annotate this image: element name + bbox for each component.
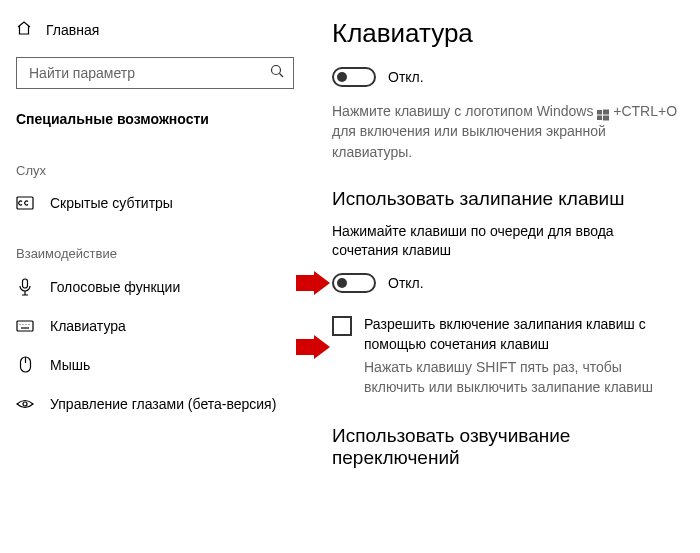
microphone-icon — [16, 278, 34, 296]
sticky-keys-heading: Использовать залипание клавиш — [332, 188, 680, 210]
windows-logo-icon — [597, 106, 609, 118]
toggle-label: Откл. — [388, 275, 424, 291]
nav-home-label: Главная — [46, 22, 99, 38]
annotation-arrow-icon — [296, 271, 330, 295]
group-hearing: Слух — [0, 139, 310, 184]
sidebar-section: Специальные возможности — [0, 103, 310, 139]
nav-home[interactable]: Главная — [0, 12, 310, 47]
sidebar-item-closed-captions[interactable]: Скрытые субтитры — [0, 184, 310, 222]
svg-point-12 — [23, 402, 27, 406]
onscreen-keyboard-toggle-row: Откл. — [332, 67, 680, 87]
sidebar-item-label: Мышь — [50, 357, 90, 373]
svg-rect-4 — [17, 321, 33, 331]
search-box[interactable] — [16, 57, 294, 89]
sidebar-item-label: Скрытые субтитры — [50, 195, 173, 211]
sidebar-item-voice[interactable]: Голосовые функции — [0, 267, 310, 307]
checkbox-label: Разрешить включение залипания клавиш с п… — [364, 315, 680, 354]
main-content: Клавиатура Откл. Нажмите клавишу с логот… — [310, 0, 700, 553]
sidebar-item-eye-control[interactable]: Управление глазами (бета-версия) — [0, 385, 310, 423]
sticky-shortcut-checkbox[interactable] — [332, 316, 352, 336]
sidebar-item-label: Управление глазами (бета-версия) — [50, 396, 276, 412]
onscreen-keyboard-desc: Нажмите клавишу с логотипом Windows +CTR… — [332, 101, 680, 162]
sidebar-item-mouse[interactable]: Мышь — [0, 345, 310, 385]
sidebar: Главная Специальные возможности Слух Скр… — [0, 0, 310, 553]
keyboard-icon — [16, 320, 34, 332]
svg-rect-16 — [603, 116, 609, 121]
search-input[interactable] — [27, 64, 247, 82]
mouse-icon — [16, 356, 34, 374]
svg-rect-14 — [603, 110, 609, 115]
toggle-keys-heading: Использовать озвучивание переключений — [332, 425, 680, 469]
eye-icon — [16, 398, 34, 410]
checkbox-hint: Нажать клавишу SHIFT пять раз, чтобы вкл… — [364, 358, 680, 397]
onscreen-keyboard-toggle[interactable] — [332, 67, 376, 87]
annotation-arrow-icon — [296, 335, 330, 359]
sticky-keys-toggle-row: Откл. — [332, 273, 680, 293]
group-interaction: Взаимодействие — [0, 222, 310, 267]
svg-point-0 — [272, 66, 281, 75]
sticky-keys-toggle[interactable] — [332, 273, 376, 293]
svg-rect-13 — [597, 110, 602, 115]
sidebar-item-label: Клавиатура — [50, 318, 126, 334]
sidebar-item-label: Голосовые функции — [50, 279, 180, 295]
svg-rect-15 — [597, 116, 602, 121]
sticky-keys-desc: Нажимайте клавиши по очереди для ввода с… — [332, 222, 680, 261]
page-title: Клавиатура — [332, 18, 680, 49]
search-icon — [269, 63, 285, 83]
home-icon — [16, 20, 32, 39]
sidebar-item-keyboard[interactable]: Клавиатура — [0, 307, 310, 345]
toggle-label: Откл. — [388, 69, 424, 85]
sticky-shortcut-row: Разрешить включение залипания клавиш с п… — [332, 315, 680, 354]
svg-rect-3 — [23, 279, 28, 288]
closed-captions-icon — [16, 196, 34, 210]
svg-line-1 — [280, 74, 284, 78]
